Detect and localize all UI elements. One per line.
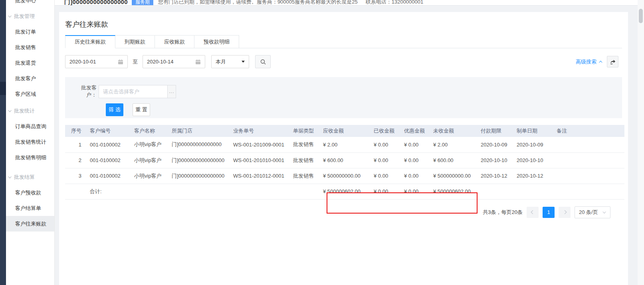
collapsed-nav-active-block — [0, 82, 6, 95]
period-select-value: 本月 — [216, 58, 226, 65]
cell-remark — [554, 168, 624, 184]
customer-picker-button[interactable]: ... — [168, 85, 176, 98]
cell-received: ¥ 0.00 — [371, 168, 401, 184]
sidebar-item-customer-accounts[interactable]: 客户往来账款 — [6, 216, 54, 232]
cell-unreceived: ¥ 600.00 — [430, 152, 478, 168]
table-row: 3 001-0100002 小明vip客户 门]0000000000000000… — [65, 168, 624, 184]
column-header-customer-code: 客户编号 — [87, 125, 131, 137]
cell-seq: 2 — [65, 152, 87, 168]
sidebar-group-wholesale-statistics[interactable]: 批发统计 — [6, 103, 54, 119]
store-name: 门]0000000000000000 — [64, 0, 128, 6]
chevron-down-icon — [8, 175, 11, 178]
sidebar-item-wholesale-returns[interactable]: 批发退货 — [6, 55, 54, 71]
contact-phone-text: 联系电话：13200000001 — [366, 0, 424, 6]
total-empty-cell — [131, 184, 169, 199]
sidebar-item-sales-detail[interactable]: 批发销售明细 — [6, 150, 54, 165]
sidebar-item-customer-settlement[interactable]: 客户结算单 — [6, 200, 54, 216]
total-discount: ¥ 0.00 — [401, 184, 430, 199]
date-to-input[interactable]: 2020-10-14 — [143, 55, 205, 68]
table-header-row: 序号 客户编号 客户名称 所属门店 业务单号 单据类型 应收金额 已收金额 优惠… — [65, 125, 624, 137]
caret-down-icon — [242, 61, 245, 63]
filter-button[interactable]: 筛 选 — [106, 103, 123, 116]
cell-receivable: ¥ 500000000.00 — [320, 168, 371, 184]
export-icon — [610, 59, 616, 65]
sidebar-item-wholesale-orders[interactable]: 批发订单 — [6, 24, 54, 40]
total-receivable: ¥ 500000602.00 — [320, 184, 371, 199]
chevron-down-icon — [8, 109, 11, 112]
total-empty-cell — [290, 184, 320, 199]
period-select[interactable]: 本月 — [211, 55, 249, 68]
total-unreceived: ¥ 500000602.00 — [430, 184, 478, 199]
tab-prepayment-detail[interactable]: 预收款明细 — [194, 35, 239, 48]
cell-seq: 3 — [65, 168, 87, 184]
tab-receivable-accounts[interactable]: 应收账款 — [155, 35, 194, 48]
reset-button[interactable]: 重 置 — [133, 103, 150, 116]
customer-select-input[interactable] — [99, 85, 168, 98]
tab-due-accounts[interactable]: 到期账款 — [115, 35, 155, 48]
table-row: 1 001-0100002 小明vip客户 门]000000000000000 … — [65, 137, 624, 152]
cell-doc-date: 2020-10-10 — [514, 152, 554, 168]
cell-received: ¥ 0.00 — [371, 152, 401, 168]
export-button[interactable] — [607, 56, 618, 67]
total-label: 合计: — [87, 184, 131, 199]
table-total-row: 合计: ¥ 500000602.00 ¥ 0.00 ¥ 0.00 ¥ 50000… — [65, 184, 624, 199]
cell-receivable: ¥ 600.00 — [320, 152, 371, 168]
advanced-search-link[interactable]: 高级搜索 — [576, 58, 601, 65]
sidebar-item-customer-region[interactable]: 客户区域 — [6, 86, 54, 102]
search-icon — [260, 59, 266, 65]
next-page-button[interactable] — [559, 207, 571, 218]
search-button[interactable] — [255, 55, 271, 68]
sidebar-group-wholesale-management[interactable]: 批发管理 — [6, 8, 54, 24]
cell-unreceived: ¥ 500000000.00 — [430, 168, 478, 184]
cell-order-no: WS-001-201010-0001 — [230, 152, 290, 168]
prev-page-button[interactable] — [527, 207, 539, 218]
sidebar-group-label: 批发结算 — [14, 174, 35, 181]
advanced-filter-panel: 批发客户： ... 筛 选 重 置 — [65, 77, 622, 118]
date-from-input[interactable]: 2020-10-01 — [65, 55, 128, 68]
calendar-icon — [195, 59, 201, 65]
column-header-receivable: 应收金额 — [320, 125, 371, 137]
cell-store: 门]0000000000000000 — [169, 168, 230, 184]
tab-history-accounts[interactable]: 历史往来账款 — [65, 35, 115, 48]
advanced-search-label: 高级搜索 — [576, 58, 596, 65]
cell-customer-code: 001-0100002 — [87, 152, 131, 168]
cell-customer-name: 小明vip客户 — [131, 168, 169, 184]
sidebar-group-label: 批发管理 — [14, 13, 35, 20]
accounts-table: 序号 客户编号 客户名称 所属门店 业务单号 单据类型 应收金额 已收金额 优惠… — [65, 125, 624, 200]
sidebar-item-customer-prepayment[interactable]: 客户预收款 — [6, 185, 54, 200]
cell-doc-type: 批发销售 — [290, 168, 320, 184]
page-number-button[interactable]: 1 — [543, 207, 555, 218]
sidebar-item-sales-statistics[interactable]: 批发销售统计 — [6, 134, 54, 150]
sidebar-item-wholesale-center[interactable]: 批发中心 — [6, 0, 54, 8]
column-header-discount: 优惠金额 — [401, 125, 430, 137]
service-period-badge: 服务期 — [132, 0, 153, 6]
sidebar-item-wholesale-sales[interactable]: 批发销售 — [6, 40, 54, 55]
cell-customer-code: 001-0100002 — [87, 137, 131, 152]
tab-bar: 历史往来账款 到期账款 应收账款 预收款明细 — [65, 35, 622, 48]
filter-toolbar: 2020-10-01 至 2020-10-14 本月 — [65, 55, 622, 68]
sidebar-item-wholesale-customers[interactable]: 批发客户 — [6, 71, 54, 86]
chevron-left-icon — [531, 210, 535, 214]
cell-doc-type: 批发销售 — [290, 137, 320, 152]
cell-seq: 1 — [65, 137, 87, 152]
cell-doc-date: 2020-10-12 — [514, 168, 554, 184]
vertical-scrollbar — [638, 0, 644, 285]
sidebar-group-label: 批发统计 — [14, 107, 35, 115]
total-empty-cell — [65, 184, 87, 199]
date-from-value: 2020-10-01 — [69, 59, 96, 65]
cell-discount: ¥ 0.00 — [401, 152, 430, 168]
total-received: ¥ 0.00 — [371, 184, 401, 199]
column-header-order-no: 业务单号 — [230, 125, 290, 137]
page-size-select[interactable]: 20 条/页 — [575, 206, 610, 218]
scrollbar-thumb[interactable] — [639, 9, 643, 23]
sidebar-item-order-product-query[interactable]: 订单商品查询 — [6, 119, 54, 134]
column-header-customer-name: 客户名称 — [131, 125, 169, 137]
date-to-value: 2020-10-14 — [147, 59, 174, 65]
pagination: 共3条，每页20条 1 20 条/页 — [59, 206, 628, 218]
cell-payment-due: 2020-10-12 — [478, 168, 514, 184]
cell-payment-due: 2020-10-09 — [478, 137, 514, 152]
total-empty-cell — [554, 184, 624, 199]
sidebar-group-wholesale-settlement[interactable]: 批发结算 — [6, 169, 54, 185]
cell-order-no: WS-001-201009-0001 — [230, 137, 290, 152]
cell-customer-name: 小明vip客户 — [131, 152, 169, 168]
